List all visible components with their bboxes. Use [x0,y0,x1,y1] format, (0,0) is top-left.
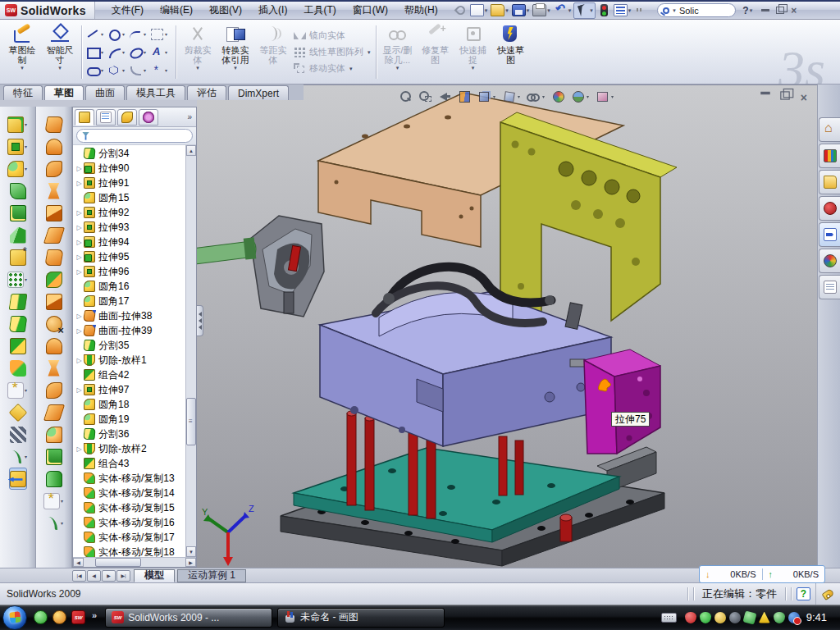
taskbar-button-paint[interactable]: 未命名 - 画图 [277,608,445,628]
tree-item[interactable]: 拉伸95 [73,249,185,264]
task-pane-tab[interactable] [819,196,840,221]
surface-tool-button[interactable]: ▾ [46,290,62,313]
dropdown-arrow-icon[interactable]: ▾ [349,66,353,71]
start-button[interactable] [2,605,27,630]
dropdown-arrow-icon[interactable]: ▾ [493,94,495,99]
tree-item[interactable]: 实体-移动/复制18 [73,545,185,557]
dropdown-arrow-icon[interactable]: ▾ [568,7,572,13]
feature-tool-button[interactable]: ▾ [10,202,26,224]
dropdown-arrow-icon[interactable]: ▾ [101,68,103,73]
surface-tool-button[interactable]: ▾ [46,202,62,224]
tree-item[interactable]: 组合43 [73,456,185,471]
view-tool-button[interactable]: ▾ [527,90,546,103]
sketch-entity-button[interactable]: ▾ [150,25,171,43]
feature-tool-button[interactable]: ▾ [10,313,26,335]
dropdown-arrow-icon[interactable]: ▾ [368,49,371,55]
surface-tool-button[interactable]: ▾ [46,335,62,357]
dropdown-arrow-icon[interactable]: ▾ [144,68,146,73]
command-button[interactable]: 显示/删除几... ▾ [379,22,417,82]
sketch-entity-button[interactable]: ▾ [107,25,129,43]
dropdown-arrow-icon[interactable]: ▾ [61,521,63,526]
dropdown-arrow-icon[interactable]: ▾ [25,167,27,171]
toolbar-button[interactable]: ▾ [469,2,490,19]
surface-tool-button[interactable]: ▾ [46,357,62,379]
feature-tool-button[interactable]: ▾ [7,379,28,401]
menu-item[interactable]: 编辑(E) [152,1,201,20]
surface-tool-button[interactable]: ▾ [46,224,62,246]
ribbon-tab[interactable]: 曲面 [85,85,125,100]
dropdown-arrow-icon[interactable]: ▾ [122,32,125,37]
tree-item[interactable]: 圆角15 [73,190,185,205]
menu-item[interactable]: 视图(V) [201,1,250,20]
command-button[interactable]: 快速捕捉 ▾ [454,22,492,82]
dropdown-arrow-icon[interactable]: ▾ [25,122,27,127]
graphics-viewport[interactable]: Y Z X ▾ ▾ ▾ [197,84,817,568]
expand-arrow-icon[interactable] [75,268,84,276]
tree-filter-input[interactable] [76,129,193,143]
toolbar-button[interactable]: ▾ [633,2,649,19]
last-tab-button[interactable] [116,570,130,582]
expand-arrow-icon[interactable] [75,327,84,335]
feature-tool-button[interactable]: ▾ [7,158,28,180]
document-tab[interactable]: 运动算例 1 [177,569,246,582]
feature-tool-button[interactable]: ▾ [9,468,27,490]
tree-item[interactable]: 拉伸96 [73,264,185,279]
feature-tool-button[interactable]: ▾ [10,224,26,246]
menu-item[interactable]: 帮助(H) [396,1,446,20]
feature-tool-button[interactable]: ▾ [10,401,26,423]
taskbar-button-solidworks[interactable]: SW SolidWorks 2009 - ... [105,608,272,628]
view-tool-button[interactable]: ▾ [418,90,432,103]
antivirus-tray-icon[interactable] [685,612,696,623]
panel-splitter-handle[interactable] [197,305,203,336]
sketch-button[interactable]: 草图绘制 ▾ [3,22,41,82]
dropdown-arrow-icon[interactable]: ▾ [472,65,475,71]
command-button[interactable]: 转换实体引用 ▾ [217,22,254,82]
feature-tool-button[interactable]: ▾ [10,290,26,313]
dropdown-arrow-icon[interactable]: ▾ [25,388,27,393]
dropdown-arrow-icon[interactable]: ▾ [542,94,545,99]
surface-tool-button[interactable]: ▾ [46,135,62,158]
graphics-canvas[interactable]: Y Z X [197,85,817,568]
menu-item[interactable]: 文件(F) [103,1,152,20]
dropdown-arrow-icon[interactable]: ▾ [101,32,103,37]
expand-arrow-icon[interactable] [75,445,84,453]
toolbar-button[interactable]: ▾ [553,2,573,19]
surface-tool-button[interactable]: ▾ [46,180,62,202]
dropdown-arrow-icon[interactable]: ▾ [505,7,509,13]
view-tool-button[interactable]: ▾ [399,90,413,103]
model-part-handle[interactable] [197,237,256,264]
tree-item[interactable]: 切除-放样1 [73,353,185,368]
dropdown-arrow-icon[interactable]: ▾ [144,32,146,37]
tree-item[interactable]: 圆角19 [73,412,185,427]
ribbon-tab[interactable]: DimXpert [228,85,289,100]
toolbar-button[interactable]: ▾ [573,2,596,19]
sketch-entity-button[interactable]: ▾ [129,62,150,80]
dropdown-arrow-icon[interactable]: ▾ [165,50,167,55]
dropdown-arrow-icon[interactable]: ▾ [518,94,520,99]
expand-arrow-icon[interactable] [75,224,84,231]
view-tool-button[interactable]: ▾ [596,90,614,103]
tree-item[interactable]: 拉伸91 [73,176,185,190]
taskbar-clock[interactable]: 9:41 [803,611,833,623]
document-tab[interactable]: 模型 [134,569,175,582]
feature-tool-button[interactable]: ▾ [7,135,28,158]
dropdown-arrow-icon[interactable]: ▾ [144,50,146,55]
expand-arrow-icon[interactable] [75,239,84,246]
dropdown-arrow-icon[interactable]: ▾ [58,65,62,71]
tree-item[interactable]: 实体-移动/复制13 [73,471,185,486]
search-dropdown-icon[interactable]: ▾ [673,7,676,13]
scroll-right-icon[interactable]: ▶ [185,558,196,567]
speedup-tray-icon[interactable] [700,612,711,623]
sync-tray-icon[interactable] [742,610,756,624]
tree-item[interactable]: 实体-移动/复制17 [73,530,185,545]
feature-tool-button[interactable]: ▾ [7,113,28,135]
dropdown-arrow-icon[interactable]: ▾ [21,65,24,71]
feature-tool-button[interactable]: ▾ [10,357,26,379]
expand-arrow-icon[interactable] [75,165,84,172]
task-pane-tab[interactable] [819,170,840,194]
feature-tool-button[interactable]: ▾ [7,445,28,468]
defender-tray-icon[interactable] [774,612,785,623]
help-button[interactable]: ? [742,5,748,16]
ribbon-tab[interactable]: 模具工具 [126,85,185,100]
surface-tool-button[interactable]: ▾ [46,268,62,290]
